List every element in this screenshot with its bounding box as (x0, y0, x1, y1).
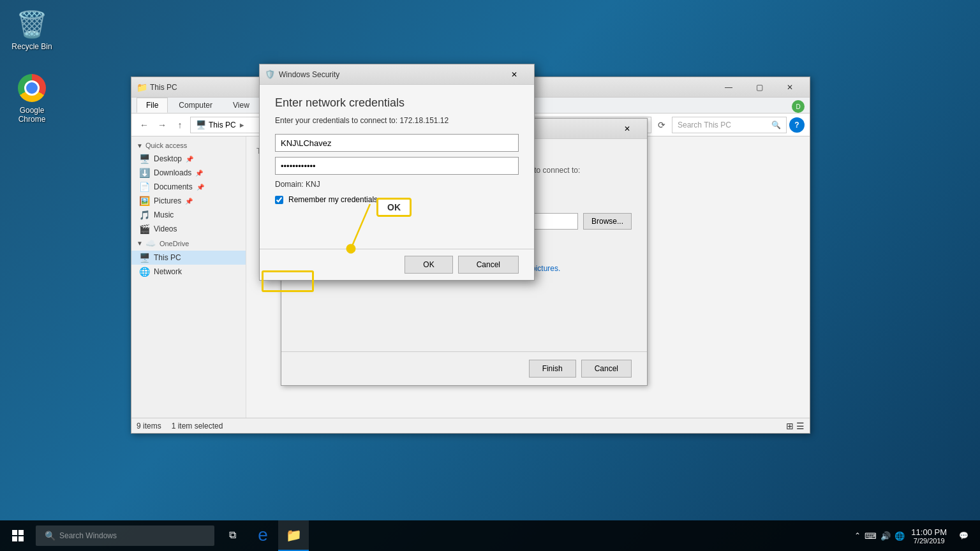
start-button[interactable] (0, 520, 36, 551)
search-icon: 🔍 (771, 121, 781, 129)
videos-icon-sidebar: 🎬 (139, 224, 150, 234)
help-button[interactable]: ? (789, 117, 805, 133)
volume-icon[interactable]: 🔊 (880, 531, 891, 541)
task-view-button[interactable]: ⧉ (217, 520, 248, 551)
system-tray-icons: ⌃ ⌨ 🔊 🌐 (854, 531, 905, 541)
taskbar-right: ⌃ ⌨ 🔊 🌐 11:00 PM 7/29/2019 💬 (854, 520, 980, 551)
music-icon-sidebar: 🎵 (139, 210, 150, 220)
up-button[interactable]: ↑ (172, 117, 188, 133)
ribbon-tab-computer[interactable]: Computer (169, 98, 222, 113)
sidebar-item-music[interactable]: 🎵 Music (131, 208, 246, 222)
folder-titlebar-icon: 📁 (137, 82, 147, 92)
taskbar-search-icon: 🔍 (45, 531, 56, 541)
view-details-button[interactable]: ⊞ (786, 421, 794, 431)
keyboard-icon[interactable]: ⌨ (865, 531, 877, 541)
maximize-button[interactable]: ▢ (745, 78, 774, 96)
taskbar-search-label: Search Windows (59, 531, 117, 540)
refresh-button[interactable]: ⟳ (654, 117, 669, 133)
ribbon-tab-file[interactable]: File (137, 98, 168, 113)
taskbar-clock[interactable]: 11:00 PM 7/29/2019 (911, 527, 947, 545)
ribbon-help-button[interactable]: D (792, 100, 805, 113)
pin-icon-pics: 📌 (185, 198, 193, 205)
taskbar: 🔍 Search Windows ⧉ e 📁 ⌃ ⌨ 🔊 🌐 11:00 PM (0, 520, 980, 551)
onedrive-label: OneDrive (160, 240, 189, 247)
sidebar-item-videos[interactable]: 🎬 Videos (131, 222, 246, 236)
onedrive-section[interactable]: ▼ ☁️ OneDrive (131, 236, 246, 251)
quick-access-label: Quick access (145, 142, 187, 149)
chevron-up-icon[interactable]: ⌃ (854, 531, 861, 540)
map-dialog-close[interactable]: ✕ (612, 120, 642, 138)
pin-icon-dl: 📌 (195, 170, 203, 177)
address-text: This PC (209, 121, 236, 129)
file-explorer-taskbar-icon: 📁 (286, 527, 302, 543)
sidebar-item-network[interactable]: 🌐 Network (131, 265, 246, 279)
security-heading: Enter network credentials (275, 96, 519, 110)
password-input[interactable] (275, 157, 519, 175)
map-dialog-footer: Finish Cancel (281, 351, 647, 385)
sidebar-item-downloads[interactable]: ⬇️ Downloads 📌 (131, 166, 246, 180)
security-footer: OK Cancel (260, 249, 534, 280)
recycle-bin-image: 🗑️ (17, 9, 47, 40)
clock-date: 7/29/2019 (911, 537, 947, 545)
onedrive-icon: ☁️ (145, 239, 156, 248)
quick-access-arrow: ▼ (137, 142, 143, 149)
finish-button[interactable]: Finish (529, 360, 576, 378)
sidebar-item-desktop[interactable]: 🖥️ Desktop 📌 (131, 152, 246, 166)
address-arrow: ► (239, 121, 246, 129)
search-box[interactable]: Search This PC 🔍 (672, 117, 787, 133)
ok-callout: OK (376, 198, 412, 217)
documents-icon-sidebar: 📄 (139, 182, 150, 192)
thispc-icon-sidebar: 🖥️ (139, 253, 150, 263)
quick-access-header[interactable]: ▼ Quick access (131, 139, 246, 152)
address-right-controls: ⟳ Search This PC 🔍 ? (654, 117, 805, 133)
remember-checkbox[interactable] (275, 196, 283, 204)
task-view-icon: ⧉ (229, 529, 236, 541)
security-titlebar: 🛡️ Windows Security ✕ (260, 64, 534, 85)
view-buttons: ⊞ ☰ (786, 421, 805, 431)
taskbar-search[interactable]: 🔍 Search Windows (36, 525, 214, 546)
edge-button[interactable]: e (248, 520, 278, 551)
onedrive-arrow: ▼ (137, 240, 143, 247)
recycle-bin-icon[interactable]: 🗑️ Recycle Bin (6, 6, 57, 54)
desktop-icon-sidebar: 🖥️ (139, 154, 150, 164)
desktop: 🗑️ Recycle Bin Google Chrome 📁 This PC —… (0, 0, 980, 551)
chrome-image (17, 73, 47, 103)
security-icon: 🛡️ (265, 70, 275, 79)
network-tray-icon[interactable]: 🌐 (895, 531, 905, 541)
username-input[interactable] (275, 134, 519, 152)
clock-time: 11:00 PM (911, 527, 947, 537)
sidebar-item-documents[interactable]: 📄 Documents 📌 (131, 180, 246, 194)
windows-security-dialog: 🛡️ Windows Security ✕ Enter network cred… (259, 64, 535, 281)
network-icon-sidebar: 🌐 (139, 267, 150, 277)
notification-icon: 💬 (959, 531, 969, 540)
forward-button[interactable]: → (154, 117, 170, 133)
view-list-button[interactable]: ☰ (796, 421, 805, 431)
minimize-button[interactable]: — (714, 78, 743, 96)
security-close-button[interactable]: ✕ (500, 66, 529, 84)
network-label: Network (154, 267, 182, 276)
window-controls: — ▢ ✕ (714, 78, 805, 96)
thispc-label: This PC (154, 253, 181, 262)
remember-label: Remember my credentials (288, 195, 378, 204)
map-cancel-button[interactable]: Cancel (581, 360, 632, 378)
browse-button[interactable]: Browse... (583, 213, 632, 230)
notification-button[interactable]: 💬 (952, 520, 975, 551)
security-ok-button[interactable]: OK (405, 256, 452, 274)
sidebar-item-thispc[interactable]: 🖥️ This PC (131, 251, 246, 265)
items-count: 9 items (137, 422, 161, 430)
file-explorer-taskbar-button[interactable]: 📁 (278, 520, 309, 551)
ribbon-tab-view[interactable]: View (223, 98, 259, 113)
close-button[interactable]: ✕ (775, 78, 805, 96)
status-bar: 9 items ​ 1 item selected ⊞ ☰ (131, 418, 810, 433)
sidebar: ▼ Quick access 🖥️ Desktop 📌 ⬇️ Downloads… (131, 136, 246, 418)
pictures-icon-sidebar: 🖼️ (139, 196, 150, 206)
security-title: Windows Security (279, 70, 500, 79)
pin-icon: 📌 (186, 156, 193, 163)
edge-icon: e (258, 525, 268, 545)
recycle-bin-label: Recycle Bin (11, 42, 52, 51)
sidebar-item-pictures[interactable]: 🖼️ Pictures 📌 (131, 194, 246, 208)
back-button[interactable]: ← (137, 117, 152, 133)
google-chrome-icon[interactable]: Google Chrome (6, 70, 57, 126)
downloads-icon-sidebar: ⬇️ (139, 168, 150, 178)
security-cancel-button[interactable]: Cancel (458, 256, 519, 274)
